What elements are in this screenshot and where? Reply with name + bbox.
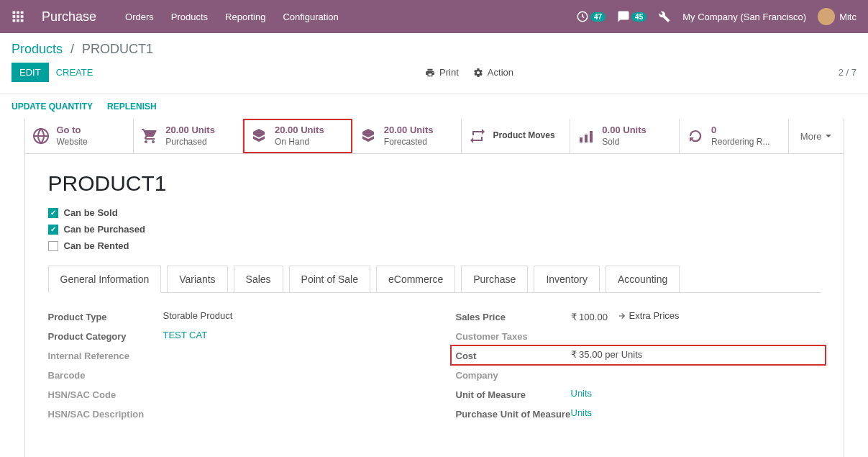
breadcrumb-current: PRODUCT1 xyxy=(82,42,153,56)
user-name: Mitc xyxy=(839,12,856,22)
product-type-value: Storable Product xyxy=(163,310,413,321)
chart-icon xyxy=(577,127,595,145)
uom-label: Unit of Measure xyxy=(456,388,571,400)
barcode-label: Barcode xyxy=(48,368,163,381)
stat-sold[interactable]: 0.00 UnitsSold xyxy=(570,119,680,153)
stat-moves[interactable]: Product Moves xyxy=(462,119,571,153)
svg-rect-4 xyxy=(17,15,19,18)
hsn-desc-label: HSN/SAC Description xyxy=(48,407,163,420)
stat-forecasted[interactable]: 20.00 UnitsForecasted xyxy=(352,119,462,153)
replenish-button[interactable]: Replenish xyxy=(107,101,157,112)
uom-value[interactable]: Units xyxy=(571,388,821,399)
nav-configuration[interactable]: Configuration xyxy=(283,12,338,22)
activity-icon[interactable]: 47 xyxy=(576,10,606,23)
stat-purchased[interactable]: 20.00 UnitsPurchased xyxy=(134,119,243,153)
cart-icon xyxy=(141,127,158,145)
svg-rect-1 xyxy=(17,12,19,14)
tab-nav: General Information Variants Sales Point… xyxy=(48,266,821,293)
customer-taxes-label: Customer Taxes xyxy=(456,330,571,342)
purchase-uom-value[interactable]: Units xyxy=(571,407,821,418)
sales-price-value: ₹ 100.00 Extra Prices xyxy=(571,310,821,322)
nav-products[interactable]: Products xyxy=(171,12,208,22)
stat-website[interactable]: Go toWebsite xyxy=(25,119,134,153)
nav-orders[interactable]: Orders xyxy=(125,12,154,22)
create-button[interactable]: Create xyxy=(49,63,101,81)
svg-rect-6 xyxy=(13,19,16,22)
can-be-rented-checkbox[interactable]: Can be Rented xyxy=(48,240,821,251)
product-name: PRODUCT1 xyxy=(48,171,821,196)
company-label: Company xyxy=(456,368,571,381)
cost-label: Cost xyxy=(456,349,571,361)
print-action[interactable]: Print xyxy=(425,67,459,78)
svg-rect-3 xyxy=(13,15,16,18)
arrow-right-icon xyxy=(618,312,626,320)
tools-icon[interactable] xyxy=(658,10,671,23)
stat-reordering[interactable]: 0Reordering R... xyxy=(680,119,789,153)
checkbox-icon xyxy=(48,208,58,218)
svg-rect-7 xyxy=(17,19,19,22)
tab-sales[interactable]: Sales xyxy=(234,266,283,293)
edit-button[interactable]: Edit xyxy=(12,63,49,82)
nav-menu: Orders Products Reporting Configuration xyxy=(125,12,576,22)
stat-buttons: Go toWebsite 20.00 UnitsPurchased 20.00 … xyxy=(25,119,844,154)
user-menu[interactable]: Mitc xyxy=(818,8,856,25)
app-brand[interactable]: Purchase xyxy=(42,9,96,24)
stat-more[interactable]: More xyxy=(789,119,844,153)
tab-pos[interactable]: Point of Sale xyxy=(289,266,370,293)
company-selector[interactable]: My Company (San Francisco) xyxy=(682,12,806,22)
checkbox-icon xyxy=(48,241,58,251)
exchange-icon xyxy=(469,127,486,145)
internal-ref-label: Internal Reference xyxy=(48,349,163,361)
breadcrumb: Products / PRODUCT1 xyxy=(12,42,856,57)
boxes-icon xyxy=(250,127,268,145)
pager[interactable]: 2 / 7 xyxy=(839,67,856,78)
chevron-down-icon xyxy=(826,135,831,137)
update-quantity-button[interactable]: Update Quantity xyxy=(12,101,93,112)
extra-prices-link[interactable]: Extra Prices xyxy=(618,310,680,321)
gear-icon xyxy=(473,68,483,78)
svg-rect-0 xyxy=(13,12,16,14)
can-be-purchased-checkbox[interactable]: Can be Purchased xyxy=(48,224,821,235)
product-category-label: Product Category xyxy=(48,330,163,342)
activity-badge: 47 xyxy=(590,12,606,22)
svg-rect-13 xyxy=(590,131,593,142)
globe-icon xyxy=(32,127,50,145)
can-be-sold-checkbox[interactable]: Can be Sold xyxy=(48,207,821,218)
nav-reporting[interactable]: Reporting xyxy=(225,12,265,22)
tab-inventory[interactable]: Inventory xyxy=(534,266,600,293)
checkbox-icon xyxy=(48,225,58,235)
svg-rect-8 xyxy=(21,19,24,22)
product-type-label: Product Type xyxy=(48,310,163,322)
svg-rect-11 xyxy=(580,137,583,142)
hsn-code-label: HSN/SAC Code xyxy=(48,388,163,400)
tab-general-info[interactable]: General Information xyxy=(48,266,162,293)
tab-accounting[interactable]: Accounting xyxy=(606,266,680,293)
action-menu[interactable]: Action xyxy=(473,67,513,78)
product-category-value[interactable]: TEST CAT xyxy=(163,330,413,340)
user-avatar xyxy=(818,8,835,25)
purchase-uom-label: Purchase Unit of Measure xyxy=(456,407,571,420)
tab-purchase[interactable]: Purchase xyxy=(461,266,528,293)
svg-rect-12 xyxy=(585,135,588,142)
stat-on-hand[interactable]: 20.00 UnitsOn Hand xyxy=(243,119,352,153)
refresh-icon xyxy=(687,127,704,145)
sales-price-label: Sales Price xyxy=(456,310,571,322)
svg-rect-2 xyxy=(21,12,24,14)
svg-rect-5 xyxy=(21,15,24,18)
messages-icon[interactable]: 45 xyxy=(617,10,647,23)
boxes-icon xyxy=(360,127,377,145)
messages-badge: 45 xyxy=(631,12,647,22)
cost-value: ₹ 35.00 per Units xyxy=(571,349,821,360)
tab-ecommerce[interactable]: eCommerce xyxy=(376,266,455,293)
top-navbar: Purchase Orders Products Reporting Confi… xyxy=(0,0,868,33)
breadcrumb-separator: / xyxy=(70,42,74,56)
tab-variants[interactable]: Variants xyxy=(167,266,227,293)
print-icon xyxy=(425,68,435,78)
apps-menu-icon[interactable] xyxy=(12,10,24,23)
breadcrumb-parent[interactable]: Products xyxy=(12,42,63,56)
